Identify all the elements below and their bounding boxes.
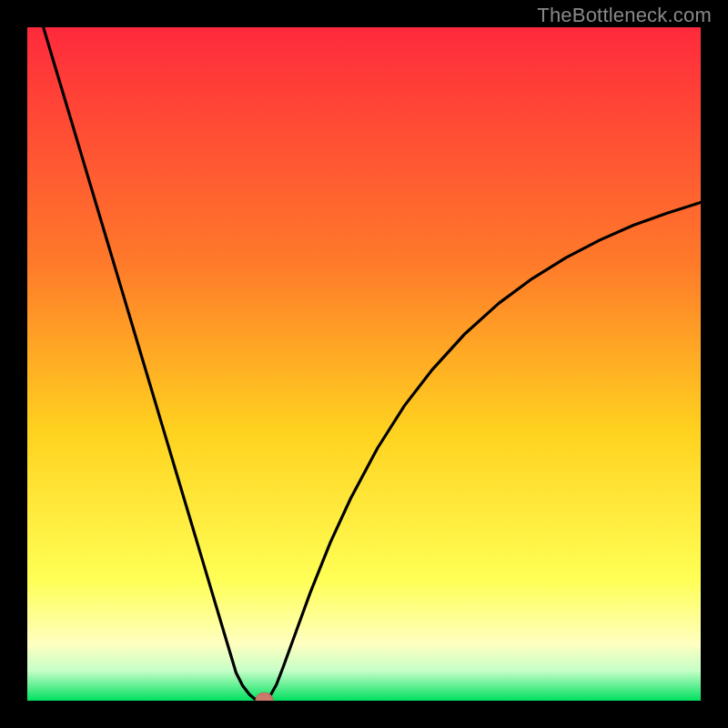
bottleneck-chart bbox=[27, 27, 701, 701]
watermark-text: TheBottleneck.com bbox=[537, 4, 712, 27]
chart-frame: TheBottleneck.com bbox=[0, 0, 728, 728]
plot-area bbox=[27, 27, 701, 701]
gradient-background bbox=[27, 27, 701, 701]
